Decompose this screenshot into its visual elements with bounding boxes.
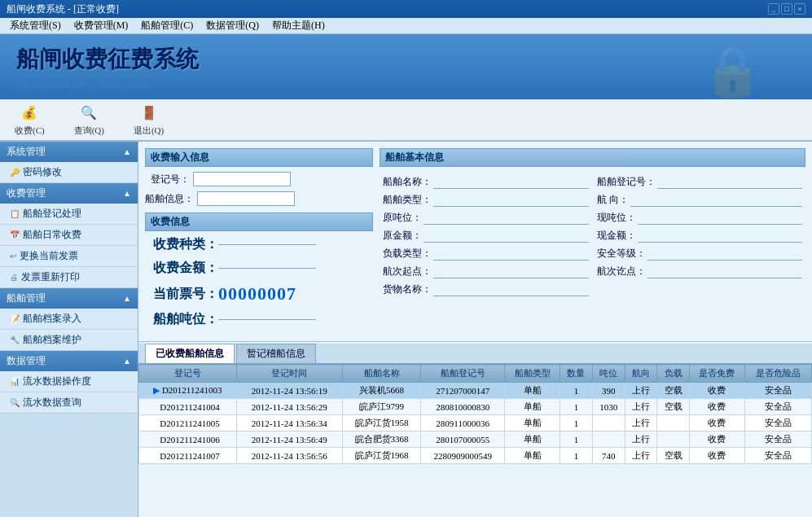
ship-type-row: 船舶类型： [383, 193, 589, 207]
chuanbo-input[interactable] [197, 191, 295, 206]
table-cell: 上行 [625, 432, 657, 448]
ship-direction-row: 航 向： [597, 193, 803, 207]
menu-help[interactable]: 帮助主题(H) [266, 17, 331, 34]
table-cell: 上行 [625, 383, 657, 399]
data-table-container[interactable]: 登记号 登记时间 船舶名称 船舶登记号 船舶类型 数量 吨位 航向 负载 是否免… [138, 364, 812, 464]
dengji-input[interactable] [193, 172, 291, 186]
menu-ship[interactable]: 船舶管理(C) [134, 17, 200, 34]
ship-name-value [433, 176, 589, 189]
table-row[interactable]: D2012112410042012-11-24 13:56:29皖庐江97992… [139, 399, 812, 415]
ticket-row: 当前票号： 00000007 [145, 283, 373, 305]
ticket-label: 当前票号： [153, 286, 218, 303]
sidebar-item-password[interactable]: 🔑 密码修改 [0, 162, 138, 183]
table-cell: 收费 [690, 399, 745, 415]
sidebar-header-system[interactable]: 系统管理 ▲ [0, 142, 138, 162]
charge-icon: 💰 [20, 103, 39, 123]
table-cell: 收费 [690, 432, 745, 448]
menu-bar: 系统管理(S) 收费管理(M) 船舶管理(C) 数据管理(Q) 帮助主题(H) [0, 18, 812, 34]
sidebar-header-fee[interactable]: 收费管理 ▲ [0, 183, 138, 204]
tab-bar: 已收费船舶信息 暂记稽船信息 [138, 344, 812, 364]
dengji-label: 登记号： [145, 173, 190, 186]
table-cell: 皖合肥货3368 [342, 432, 420, 448]
sidebar: 系统管理 ▲ 🔑 密码修改 收费管理 ▲ 📋 船舶登记处理 📅 船舶日常收费 [0, 142, 138, 517]
table-cell: 安全品 [744, 399, 811, 415]
query-icon: 🔍 [79, 103, 99, 123]
table-row[interactable]: D2012112410062012-11-24 13:56:49皖合肥货3368… [139, 432, 812, 448]
tab-temp-ships[interactable]: 暂记稽船信息 [236, 344, 316, 363]
route-end-label: 航次讫点： [597, 265, 646, 278]
cargo-name-value [433, 283, 589, 296]
sidebar-header-ship[interactable]: 船舶管理 ▲ [0, 288, 138, 309]
key-icon: 🔑 [10, 168, 20, 177]
original-ton-row: 原吨位： [383, 211, 589, 225]
ship-direction-value [630, 194, 803, 207]
table-row[interactable]: D2012112410052012-11-24 13:56:34皖庐江货1958… [139, 415, 812, 432]
table-cell: 空载 [657, 383, 690, 399]
sidebar-arrow-system: ▲ [123, 147, 131, 156]
col-header-regno: 船舶登记号 [421, 365, 505, 383]
ship-ton-value [218, 319, 316, 320]
table-cell: 单船 [505, 415, 560, 432]
ship-direction-label: 航 向： [597, 193, 629, 207]
chuanbo-label: 船舶信息： [145, 192, 194, 206]
query-button[interactable]: 🔍 查询(Q) [68, 100, 111, 140]
sidebar-item-password-label: 密码修改 [23, 165, 62, 179]
fee-amount-label: 收费金额： [153, 260, 218, 277]
table-cell: 皖庐江货1968 [342, 448, 420, 464]
col-header-free: 是否免费 [690, 365, 745, 383]
exit-button[interactable]: 🚪 退出(Q) [127, 100, 170, 140]
maximize-button[interactable]: □ [781, 3, 792, 15]
fee-amount-value [218, 268, 316, 269]
minimize-button[interactable]: _ [768, 3, 779, 15]
sidebar-item-ship-entry[interactable]: 📝 船舶档案录入 [0, 309, 138, 330]
col-header-ton: 吨位 [592, 365, 625, 383]
close-button[interactable]: × [794, 3, 805, 15]
sidebar-item-data-op[interactable]: 📊 流水数据操作度 [0, 371, 138, 392]
ship-regno-label: 船舶登记号： [597, 175, 656, 189]
content-area: 收费输入信息 登记号： 船舶信息： 收费信息 收费种类： 收费金额： [138, 142, 812, 517]
menu-fee[interactable]: 收费管理(M) [68, 17, 135, 34]
table-row[interactable]: D2012112410072012-11-24 13:56:56皖庐江货1968… [139, 448, 812, 464]
current-amount-value [638, 230, 803, 243]
sidebar-section-fee: 收费管理 ▲ 📋 船舶登记处理 📅 船舶日常收费 ↩ 更换当前发票 🖨 发票重新… [0, 183, 138, 288]
sidebar-arrow-ship: ▲ [123, 294, 131, 303]
menu-system[interactable]: 系统管理(S) [3, 17, 68, 34]
wrench-icon: 🔧 [10, 335, 20, 344]
sidebar-item-reprint-invoice[interactable]: 🖨 发票重新打印 [0, 267, 138, 288]
table-cell [592, 432, 625, 448]
current-ton-row: 现吨位： [597, 211, 803, 225]
table-cell: ▶ D201211241003 [139, 383, 237, 399]
query-label: 查询(Q) [74, 125, 104, 137]
menu-data[interactable]: 数据管理(Q) [200, 17, 266, 34]
table-cell: 1 [560, 399, 593, 415]
sidebar-item-ship-maintain[interactable]: 🔧 船舶档案维护 [0, 330, 138, 351]
sidebar-item-reprint-invoice-label: 发票重新打印 [21, 270, 80, 284]
sidebar-item-change-invoice[interactable]: ↩ 更换当前发票 [0, 246, 138, 267]
window-title: 船闸收费系统 - [正常收费] [7, 2, 768, 16]
ship-name-row: 船舶名称： [383, 175, 589, 189]
table-cell: 1 [560, 448, 593, 464]
table-cell: 2012-11-24 13:56:49 [236, 432, 342, 448]
table-cell: 收费 [690, 415, 745, 432]
search-icon: 🔍 [10, 398, 20, 407]
sidebar-item-daily-fee[interactable]: 📅 船舶日常收费 [0, 225, 138, 246]
charge-button[interactable]: 💰 收费(C) [8, 100, 51, 140]
tab-charged-ships[interactable]: 已收费船舶信息 [145, 344, 235, 363]
fee-amount-row: 收费金额： [145, 260, 373, 277]
sidebar-item-ship-register[interactable]: 📋 船舶登记处理 [0, 204, 138, 225]
table-cell: 安全品 [744, 415, 811, 432]
sidebar-item-data-query[interactable]: 🔍 流水数据查询 [0, 392, 138, 414]
ship-info-section-title: 船舶基本信息 [380, 148, 805, 167]
table-cell: 2012-11-24 13:56:19 [236, 383, 342, 399]
cargo-name-label: 货物名称： [383, 283, 432, 296]
fee-info-section-title: 收费信息 [145, 212, 373, 231]
ship-info-panel: 船舶基本信息 船舶名称： 船舶登记号： 船舶类型： 航 [380, 148, 805, 335]
fee-input-panel: 收费输入信息 登记号： 船舶信息： 收费信息 收费种类： 收费金额： [145, 148, 373, 335]
table-row[interactable]: ▶ D2012112410032012-11-24 13:56:19兴装机566… [139, 383, 812, 399]
route-end-row: 航次讫点： [597, 265, 803, 278]
fee-type-value [218, 244, 316, 245]
safety-level-row: 安全等级： [597, 247, 803, 261]
sidebar-header-data[interactable]: 数据管理 ▲ [0, 351, 138, 371]
charge-label: 收费(C) [15, 125, 45, 137]
edit-icon: 📝 [10, 314, 20, 323]
